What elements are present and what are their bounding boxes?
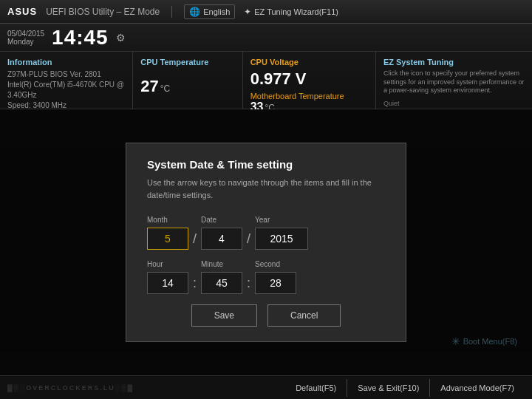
language-label: English bbox=[203, 7, 230, 16]
info-panel-title: Information bbox=[7, 58, 125, 66]
cancel-button[interactable]: Cancel bbox=[267, 304, 341, 327]
globe-icon: 🌐 bbox=[189, 7, 200, 17]
info-line-1: Z97M-PLUS BIOS Ver. 2801 bbox=[7, 69, 125, 80]
cpu-temp-unit: °C bbox=[160, 83, 170, 94]
time-sep-2: : bbox=[247, 276, 250, 291]
date-sep-2: / bbox=[247, 231, 250, 247]
datetime-row: 05/04/2015 Monday 14:45 ⚙ bbox=[0, 24, 532, 52]
top-bar: ASUS UEFI BIOS Utility – EZ Mode 🌐 Engli… bbox=[0, 0, 532, 24]
cpu-voltage-value: 0.977 V bbox=[250, 69, 368, 89]
date-sep-1: / bbox=[193, 231, 197, 247]
date-label: Date bbox=[201, 216, 242, 224]
second-input[interactable] bbox=[255, 272, 296, 294]
year-label: Year bbox=[255, 216, 308, 224]
bios-title: UEFI BIOS Utility – EZ Mode bbox=[46, 7, 160, 17]
modal-buttons: Save Cancel bbox=[147, 304, 385, 327]
save-exit-button[interactable]: Save & Exit(F10) bbox=[347, 379, 429, 397]
ez-desc: Click the icon to specify your preferred… bbox=[383, 69, 525, 95]
month-input[interactable] bbox=[147, 228, 188, 250]
modal-overlay: System Date & Time setting Use the arrow… bbox=[0, 109, 532, 375]
second-label: Second bbox=[255, 260, 296, 268]
year-group: Year bbox=[255, 216, 308, 250]
save-button[interactable]: Save bbox=[191, 304, 257, 327]
modal-title: System Date & Time setting bbox=[147, 158, 385, 171]
ez-title: EZ System Tuning bbox=[383, 58, 525, 66]
time-field-row: Hour : Minute : Second bbox=[147, 260, 385, 294]
second-group: Second bbox=[255, 260, 296, 294]
divider bbox=[171, 6, 172, 18]
main-area: 100 50 0 0 30 70 100 Manual Fan Tuning ✳… bbox=[0, 109, 532, 375]
cpu-temp-value: 27 bbox=[140, 77, 158, 96]
hour-group: Hour bbox=[147, 260, 188, 294]
mb-temp-label: Motherboard Temperature bbox=[250, 92, 368, 100]
year-input[interactable] bbox=[255, 228, 308, 250]
cpu-temp-title: CPU Temperature bbox=[140, 58, 234, 66]
day-text: Monday bbox=[7, 38, 44, 46]
advanced-mode-button[interactable]: Advanced Mode(F7) bbox=[429, 379, 525, 397]
information-panel: Information Z97M-PLUS BIOS Ver. 2801 Int… bbox=[0, 52, 133, 109]
modal-dialog: System Date & Time setting Use the arrow… bbox=[126, 143, 406, 342]
wizard-button[interactable]: ✦ EZ Tuning Wizard(F11) bbox=[244, 7, 338, 17]
ez-tuning-panel: EZ System Tuning Click the icon to speci… bbox=[376, 52, 532, 109]
date-input[interactable] bbox=[201, 228, 242, 250]
month-group: Month bbox=[147, 216, 188, 250]
asus-logo: ASUS bbox=[7, 6, 37, 17]
info-panels: Information Z97M-PLUS BIOS Ver. 2801 Int… bbox=[0, 52, 532, 109]
watermark: ▓▒░OVERCLOCKERS.LU░▒▓ bbox=[7, 384, 134, 392]
ez-quiet[interactable]: Quiet bbox=[383, 100, 400, 107]
cpu-voltage-title: CPU Voltage bbox=[250, 58, 368, 66]
status-buttons: Default(F5) Save & Exit(F10) Advanced Mo… bbox=[285, 379, 525, 397]
date-field-row: Month / Date / Year bbox=[147, 216, 385, 250]
wizard-label: EZ Tuning Wizard(F11) bbox=[254, 7, 338, 16]
language-button[interactable]: 🌐 English bbox=[184, 4, 235, 19]
minute-group: Minute bbox=[201, 260, 242, 294]
date-text: 05/04/2015 bbox=[7, 30, 44, 38]
month-label: Month bbox=[147, 216, 188, 224]
cpu-temp-panel: CPU Temperature 27 °C bbox=[133, 52, 242, 109]
minute-input[interactable] bbox=[201, 272, 242, 294]
date-section: 05/04/2015 Monday bbox=[7, 30, 44, 46]
voltage-mb-panel: CPU Voltage 0.977 V Motherboard Temperat… bbox=[243, 52, 376, 109]
hour-input[interactable] bbox=[147, 272, 188, 294]
modal-desc: Use the arrow keys to navigate through t… bbox=[147, 177, 385, 201]
wand-icon: ✦ bbox=[244, 7, 251, 17]
date-group: Date bbox=[201, 216, 242, 250]
hour-label: Hour bbox=[147, 260, 188, 268]
minute-label: Minute bbox=[201, 260, 242, 268]
info-line-2: Intel(R) Core(TM) i5-4670K CPU @ 3.40GHz bbox=[7, 80, 125, 100]
time-sep-1: : bbox=[193, 276, 197, 291]
default-button[interactable]: Default(F5) bbox=[285, 379, 347, 397]
time-display[interactable]: 14:45 bbox=[52, 26, 109, 50]
settings-icon[interactable]: ⚙ bbox=[116, 32, 126, 44]
status-bar: ▓▒░OVERCLOCKERS.LU░▒▓ Default(F5) Save &… bbox=[0, 375, 532, 399]
